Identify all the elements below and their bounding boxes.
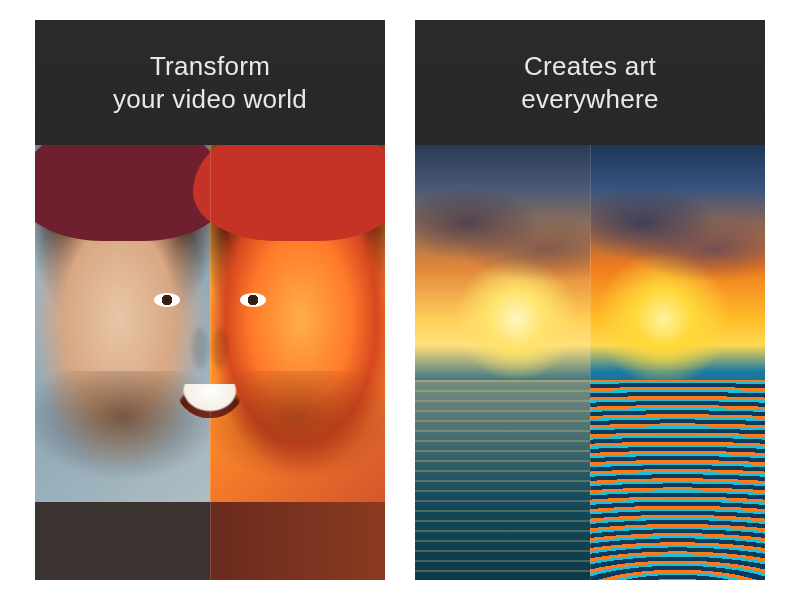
heading-text: Creates art everywhere: [521, 50, 658, 115]
waves-natural: [415, 380, 590, 580]
shirt: [35, 502, 210, 580]
image-half-original: [415, 145, 590, 580]
clouds: [415, 171, 590, 302]
eye-right: [240, 293, 266, 307]
waves-stylized: [590, 380, 765, 580]
split-image-sunset: [415, 145, 765, 580]
heading-text: Transform your video world: [113, 50, 307, 115]
panel-heading: Creates art everywhere: [415, 20, 765, 145]
image-half-stylized: [210, 145, 385, 580]
image-half-stylized: [590, 145, 765, 580]
nose-shadow: [212, 328, 228, 368]
panel-heading: Transform your video world: [35, 20, 385, 145]
image-half-original: [35, 145, 210, 580]
promo-panel-2: Creates art everywhere: [415, 20, 765, 580]
clouds: [590, 171, 765, 302]
split-divider: [590, 145, 591, 580]
split-divider: [210, 145, 211, 580]
shirt: [210, 502, 385, 580]
eye-left: [154, 293, 180, 307]
promo-panel-1: Transform your video world: [35, 20, 385, 580]
split-image-portrait: [35, 145, 385, 580]
nose-shadow: [192, 328, 208, 368]
beanie-shape: [193, 145, 386, 241]
